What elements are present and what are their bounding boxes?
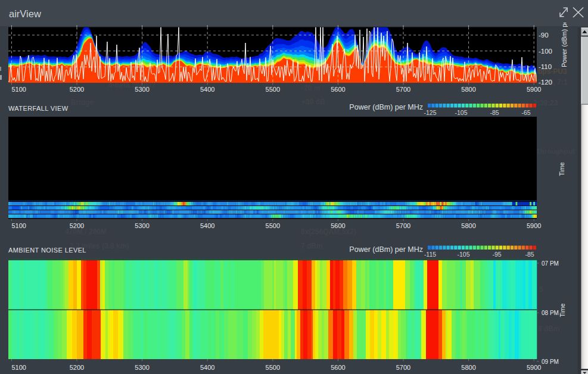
svg-text:5400: 5400 [200, 364, 214, 371]
svg-text:8x(256QAM,5x2): 8x(256QAM,5x2) [301, 227, 356, 236]
svg-text:5500: 5500 [266, 86, 280, 93]
svg-text:5100: 5100 [12, 364, 26, 371]
svg-text:Throughput: Throughput [536, 148, 575, 155]
svg-text:5700: 5700 [396, 222, 410, 229]
svg-text:-20 m: -20 m [301, 84, 320, 92]
svg-text:airView: airView [9, 8, 41, 19]
svg-text:+30 dB: +30 dB [301, 98, 325, 106]
svg-text:5900: 5900 [527, 222, 541, 229]
svg-text:5300: 5300 [135, 222, 149, 229]
svg-text:-115: -115 [424, 251, 436, 258]
svg-text:5100: 5100 [12, 86, 26, 93]
svg-text:5400: 5400 [200, 222, 214, 229]
svg-text:5700: 5700 [396, 86, 410, 93]
svg-text:5900: 5900 [527, 364, 541, 371]
svg-text:5: 5 [539, 285, 543, 294]
svg-text:-85: -85 [525, 251, 534, 258]
svg-text:-125: -125 [424, 109, 436, 116]
svg-text:Time: Time [558, 162, 565, 176]
svg-text:Power (dBm) per MHz: Power (dBm) per MHz [349, 245, 423, 254]
svg-text:5800: 5800 [461, 364, 475, 371]
svg-text:5200: 5200 [70, 364, 84, 371]
svg-text:AMBIENT NOISE LEVEL: AMBIENT NOISE LEVEL [8, 247, 86, 254]
svg-text:5500: 5500 [266, 222, 280, 229]
svg-text:-105: -105 [455, 109, 467, 116]
svg-text:-100: -100 [539, 48, 552, 55]
svg-text:-65: -65 [521, 109, 530, 116]
svg-text:5800: 5800 [461, 222, 475, 229]
svg-text:-85: -85 [490, 109, 499, 116]
svg-text:-90: -90 [539, 32, 549, 39]
svg-text:-120: -120 [539, 79, 552, 86]
svg-text:-105: -105 [457, 251, 469, 258]
svg-text:5800: 5800 [461, 86, 475, 93]
svg-text:08 PM: 08 PM [542, 310, 559, 316]
svg-text:5400: 5400 [200, 86, 214, 93]
svg-text:5300: 5300 [135, 86, 149, 93]
svg-text:Bridge: Bridge [71, 98, 94, 107]
svg-text:5200: 5200 [70, 222, 84, 229]
svg-text:07 PM: 07 PM [542, 260, 559, 267]
svg-text:5900: 5900 [527, 86, 541, 93]
svg-text:09 PM: 09 PM [542, 359, 559, 365]
svg-text:5100: 5100 [12, 222, 26, 229]
svg-text:5300: 5300 [135, 364, 149, 371]
svg-text:7 dBm: 7 dBm [301, 242, 323, 250]
svg-text:-110: -110 [539, 63, 552, 70]
svg-text:5700: 5700 [396, 364, 410, 371]
svg-text:2:39:23: 2:39:23 [533, 99, 558, 107]
svg-text:8 dBm: 8 dBm [538, 325, 560, 333]
svg-text:Power (dBm) per MHz: Power (dBm) per MHz [349, 103, 423, 111]
svg-text:5500: 5500 [266, 364, 280, 371]
svg-text:WATERFALL VIEW: WATERFALL VIEW [8, 105, 69, 112]
svg-text:Time: Time [559, 303, 566, 317]
svg-text:-95: -95 [492, 251, 501, 258]
svg-text:5600: 5600 [331, 222, 345, 229]
svg-text:5200: 5200 [70, 86, 84, 93]
svg-text:5600: 5600 [331, 86, 345, 93]
svg-text:5600: 5600 [331, 364, 345, 371]
